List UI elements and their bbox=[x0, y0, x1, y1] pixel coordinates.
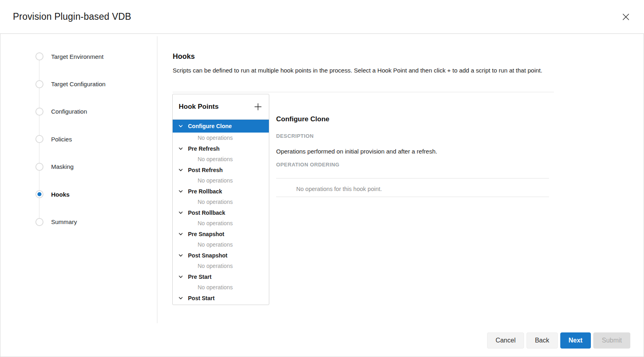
chevron-down-icon bbox=[178, 146, 183, 151]
hook-point-label: Post Snapshot bbox=[188, 252, 227, 259]
stepper-item-target-environment[interactable]: Target Environment bbox=[35, 43, 105, 70]
operations-divider-top bbox=[276, 178, 549, 178]
hook-point-no-operations: No operations bbox=[173, 282, 269, 293]
chevron-down-icon bbox=[178, 296, 183, 301]
close-button[interactable] bbox=[620, 11, 632, 23]
hook-point-post-start[interactable]: Post Start bbox=[173, 293, 269, 304]
stepper-item-summary[interactable]: Summary bbox=[35, 208, 105, 235]
step-circle-icon bbox=[35, 52, 43, 60]
submit-button[interactable]: Submit bbox=[593, 332, 630, 349]
hook-point-label: Pre Start bbox=[188, 274, 211, 280]
section-divider bbox=[173, 92, 554, 92]
hook-points-panel: Hook Points Configure CloneNo operations… bbox=[172, 94, 269, 305]
modal-header: Provision Plugin-based VDB bbox=[0, 0, 644, 34]
hook-point-pre-rollback[interactable]: Pre Rollback bbox=[173, 186, 269, 197]
hook-point-label: Post Start bbox=[188, 295, 215, 301]
chevron-down-icon bbox=[178, 253, 183, 258]
page-description: Scripts can be defined to run at multipl… bbox=[173, 65, 545, 76]
hook-point-no-operations: No operations bbox=[173, 218, 269, 229]
close-icon bbox=[621, 12, 630, 21]
stepper-item-label: Policies bbox=[51, 136, 72, 143]
stepper: Target EnvironmentTarget ConfigurationCo… bbox=[35, 43, 105, 236]
stepper-item-policies[interactable]: Policies bbox=[35, 125, 105, 153]
vertical-divider bbox=[157, 36, 157, 323]
hook-points-list: Configure CloneNo operationsPre RefreshN… bbox=[173, 120, 269, 305]
add-hook-button[interactable] bbox=[253, 102, 263, 112]
stepper-item-label: Target Configuration bbox=[51, 81, 105, 87]
chevron-down-icon bbox=[178, 168, 183, 172]
step-circle-icon bbox=[35, 135, 43, 143]
hook-point-post-refresh[interactable]: Post Refresh bbox=[173, 165, 269, 176]
hook-point-post-rollback[interactable]: Post Rollback bbox=[173, 208, 269, 218]
hook-point-label: Configure Clone bbox=[188, 123, 232, 129]
chevron-down-icon bbox=[178, 210, 183, 215]
chevron-down-icon bbox=[178, 124, 183, 129]
hook-point-no-operations: No operations bbox=[173, 197, 269, 208]
hook-point-label: Post Rollback bbox=[188, 210, 225, 216]
operations-divider-bottom bbox=[276, 197, 549, 197]
no-operations-message: No operations for this hook point. bbox=[296, 186, 382, 192]
chevron-down-icon bbox=[178, 274, 183, 279]
hook-point-pre-start[interactable]: Pre Start bbox=[173, 272, 269, 282]
footer-buttons: CancelBackNextSubmit bbox=[487, 332, 630, 349]
page-title: Hooks bbox=[173, 52, 195, 61]
hook-point-configure-clone[interactable]: Configure Clone bbox=[173, 120, 269, 133]
hook-point-label: Pre Snapshot bbox=[188, 231, 224, 237]
hook-point-no-operations: No operations bbox=[173, 303, 269, 305]
hook-point-no-operations: No operations bbox=[173, 261, 269, 272]
step-circle-icon bbox=[35, 108, 43, 116]
plus-icon bbox=[254, 103, 262, 111]
hook-points-header: Hook Points bbox=[173, 94, 269, 120]
stepper-item-label: Configuration bbox=[51, 108, 87, 115]
hook-point-pre-refresh[interactable]: Pre Refresh bbox=[173, 143, 269, 154]
step-circle-icon bbox=[35, 163, 43, 171]
stepper-item-label: Target Environment bbox=[51, 53, 103, 60]
hook-point-label: Post Refresh bbox=[188, 167, 223, 173]
stepper-item-label: Hooks bbox=[51, 191, 70, 198]
operation-ordering-label: OPERATION ORDERING bbox=[276, 162, 339, 168]
stepper-item-configuration[interactable]: Configuration bbox=[35, 98, 105, 125]
chevron-down-icon bbox=[178, 189, 183, 194]
hook-detail-title: Configure Clone bbox=[276, 115, 329, 123]
hook-points-title: Hook Points bbox=[179, 103, 219, 111]
cancel-button[interactable]: Cancel bbox=[487, 332, 524, 349]
back-button[interactable]: Back bbox=[526, 332, 558, 349]
hook-point-no-operations: No operations bbox=[173, 133, 269, 143]
stepper-item-target-configuration[interactable]: Target Configuration bbox=[35, 70, 105, 98]
step-circle-icon bbox=[35, 190, 43, 198]
hook-point-no-operations: No operations bbox=[173, 154, 269, 165]
hook-point-label: Pre Refresh bbox=[188, 145, 220, 152]
chevron-down-icon bbox=[178, 232, 183, 237]
stepper-item-label: Summary bbox=[51, 218, 77, 225]
modal-title: Provision Plugin-based VDB bbox=[13, 11, 131, 22]
stepper-item-masking[interactable]: Masking bbox=[35, 153, 105, 181]
hook-point-no-operations: No operations bbox=[173, 239, 269, 250]
next-button[interactable]: Next bbox=[560, 332, 591, 349]
stepper-item-hooks[interactable]: Hooks bbox=[35, 181, 105, 208]
description-label: DESCRIPTION bbox=[276, 133, 314, 139]
step-circle-icon bbox=[35, 80, 43, 88]
hook-point-label: Pre Rollback bbox=[188, 188, 222, 195]
step-circle-icon bbox=[35, 218, 43, 226]
hook-point-pre-snapshot[interactable]: Pre Snapshot bbox=[173, 229, 269, 240]
hook-point-post-snapshot[interactable]: Post Snapshot bbox=[173, 250, 269, 261]
hook-point-no-operations: No operations bbox=[173, 175, 269, 186]
hook-description-text: Operations performed on initial provisio… bbox=[276, 148, 437, 155]
stepper-item-label: Masking bbox=[51, 163, 74, 170]
